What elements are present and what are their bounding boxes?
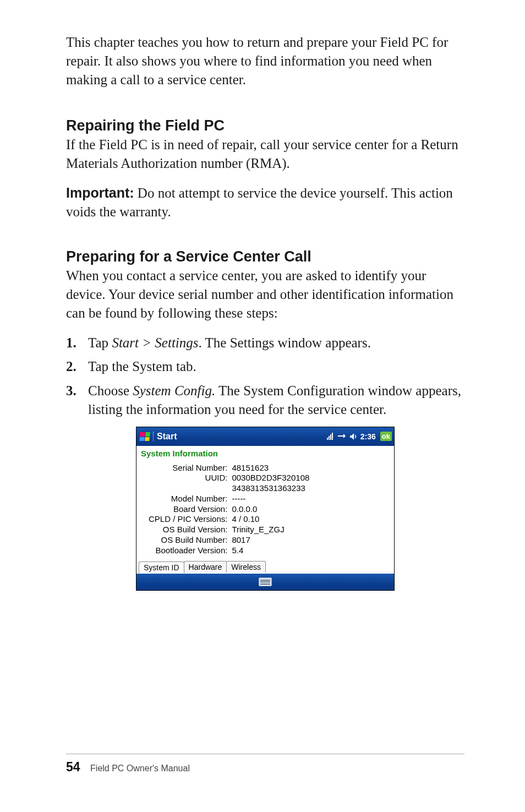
tab-strip: System ID Hardware Wireless xyxy=(136,555,394,573)
panel-body: Serial Number:48151623 UUID:0030BD2D3F32… xyxy=(136,462,394,574)
page-footer: 54 Field PC Owner's Manual xyxy=(66,754,464,775)
page-number: 54 xyxy=(66,760,80,774)
os-build-version-label: OS Build Version: xyxy=(146,525,229,535)
speaker-icon[interactable] xyxy=(349,433,357,440)
cpld-pic-value: 4 / 0.10 xyxy=(229,514,311,525)
serial-number-value: 48151623 xyxy=(229,463,311,473)
step-1-ital: Start > Settings xyxy=(112,335,198,350)
step-3: Choose System Config. The System Configu… xyxy=(66,382,464,419)
status-icons[interactable]: 2:36 xyxy=(326,432,376,441)
svg-rect-3 xyxy=(332,433,333,440)
embedded-screenshot: Start 2:36 ok System Information Serial … xyxy=(136,427,395,591)
svg-rect-1 xyxy=(329,436,330,440)
steps-list: Tap Start > Settings. The Settings windo… xyxy=(66,334,464,419)
start-label[interactable]: Start xyxy=(157,432,177,442)
step-2: Tap the System tab. xyxy=(66,357,464,376)
uuid-value-2: 3438313531363233 xyxy=(229,483,311,494)
board-version-label: Board Version: xyxy=(146,504,229,515)
step-3-ital: System Config. xyxy=(133,383,215,398)
os-build-number-value: 8017 xyxy=(229,535,311,546)
step-3-pre: Choose xyxy=(88,383,133,398)
bootloader-version-label: Bootloader Version: xyxy=(146,546,229,556)
bootloader-version-value: 5.4 xyxy=(229,546,311,556)
model-number-value: ----- xyxy=(229,494,311,504)
uuid-label: UUID: xyxy=(146,473,229,483)
step-1-pre: Tap xyxy=(88,335,112,350)
important-note: Important: Do not attempt to service the… xyxy=(66,184,464,221)
wm-taskbar: Start 2:36 ok xyxy=(136,427,394,446)
chapter-intro: This chapter teaches you how to return a… xyxy=(66,33,464,89)
signal-icon[interactable] xyxy=(326,433,334,440)
step-1-post: . The Settings window appears. xyxy=(199,335,371,350)
serial-number-label: Serial Number: xyxy=(146,463,229,473)
windows-flag-icon[interactable] xyxy=(139,432,150,441)
clock-text[interactable]: 2:36 xyxy=(360,432,376,441)
board-version-value: 0.0.0.0 xyxy=(229,504,311,515)
repairing-body: If the Field PC is in need of repair, ca… xyxy=(66,135,464,173)
svg-rect-2 xyxy=(330,434,331,440)
system-info-table: Serial Number:48151623 UUID:0030BD2D3F32… xyxy=(146,463,311,556)
step-1: Tap Start > Settings. The Settings windo… xyxy=(66,334,464,352)
keyboard-icon[interactable] xyxy=(259,577,272,586)
service-call-body: When you contact a service center, you a… xyxy=(66,266,464,322)
heading-repairing: Repairing the Field PC xyxy=(66,117,464,134)
important-label: Important: xyxy=(66,185,134,200)
sync-icon[interactable] xyxy=(337,433,346,440)
tab-system-id[interactable]: System ID xyxy=(139,562,184,573)
wm-bottom-bar xyxy=(136,574,394,590)
ok-button[interactable]: ok xyxy=(380,432,392,441)
doc-title: Field PC Owner's Manual xyxy=(90,764,190,773)
svg-rect-0 xyxy=(327,438,328,440)
os-build-number-label: OS Build Number: xyxy=(146,535,229,546)
tab-hardware[interactable]: Hardware xyxy=(184,561,227,573)
model-number-label: Model Number: xyxy=(146,494,229,504)
os-build-version-value: Trinity_E_ZGJ xyxy=(229,525,311,535)
panel-title: System Information xyxy=(136,446,394,462)
uuid-value-1: 0030BD2D3F320108 xyxy=(229,473,311,483)
heading-service-call: Preparing for a Service Center Call xyxy=(66,248,464,265)
cpld-pic-label: CPLD / PIC Versions: xyxy=(146,514,229,525)
tab-wireless[interactable]: Wireless xyxy=(226,561,266,573)
